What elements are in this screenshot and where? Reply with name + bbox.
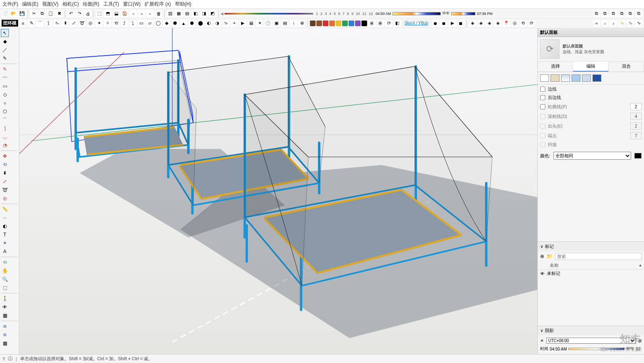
hidden-icon[interactable]: ▤ [184,10,191,17]
page-icon[interactable]: ▫ [147,10,154,17]
line-icon[interactable]: ≡ [19,20,27,27]
section-icon[interactable]: ◐ [205,20,213,27]
shaded-icon[interactable]: ◧ [192,10,199,17]
print-icon[interactable]: 🖨 [84,10,91,17]
expand-icon[interactable]: ⊞ [638,338,642,343]
tool-icon[interactable]: ◯ [155,20,162,27]
addon-icon[interactable]: ⬚ [96,10,103,17]
pushpull-icon[interactable]: ⬍ [1,169,9,177]
model-icon[interactable] [582,74,591,82]
check-profiles[interactable]: 轮廓线(P) [540,103,642,110]
rotate-icon[interactable]: ⟲ [520,20,527,27]
compass-icon[interactable]: ⊕ [298,20,305,27]
menu-help[interactable]: 帮助(H) [175,1,192,8]
component-icon[interactable]: ⬓ [113,10,120,17]
pencil-icon[interactable]: ✎ [1,65,9,73]
wave-icon[interactable]: ∿ [618,20,625,27]
wire-icon[interactable]: ▦ [175,10,182,17]
tags-header[interactable]: ∨标记 [538,242,644,251]
cube-icon[interactable]: ◧ [394,20,401,27]
layers-icon[interactable]: ◈ [494,20,502,27]
curve-icon[interactable]: ∿ [53,20,60,27]
tool-icon[interactable]: ⬢ [171,20,179,27]
wave-icon[interactable]: ∿ [635,20,642,27]
page-icon[interactable]: ▫ [130,10,137,17]
home-icon[interactable]: 🏠 [121,10,128,17]
terrain-icon[interactable]: ≋ [1,322,9,330]
refresh-icon[interactable]: ⟳ [540,39,559,59]
arc2-icon[interactable]: ⟆ [1,124,9,132]
arc-icon[interactable]: ⌒ [1,116,9,124]
check-endpoints[interactable]: 端点 [540,132,642,139]
pushpull-icon[interactable]: ⬍ [62,20,69,27]
pan-icon[interactable]: ✋ [1,267,9,275]
tool-icon[interactable]: ⤴ [121,20,128,27]
clone-icon[interactable]: ⧉ [601,10,609,17]
clone-icon[interactable]: ⧉ [635,10,642,17]
circle-icon[interactable]: ○ [1,99,9,107]
eraser-icon[interactable]: ◆ [1,37,9,45]
arc3-icon[interactable]: ◡ [1,133,9,141]
shield-icon[interactable]: ⛨ [368,20,376,27]
menu-draw[interactable]: 绘图(R) [83,1,99,8]
tool-icon[interactable]: ✦ [95,20,103,27]
arc-icon[interactable]: ⌒ [36,20,43,27]
section-icon[interactable]: ◑ [214,20,221,27]
rotate-icon[interactable]: ⟳ [528,20,535,27]
stop-icon[interactable]: ⏹ [457,20,464,27]
shadow-toggle-icon[interactable]: ☀ [540,338,544,343]
menu-file[interactable]: 文件(F) [2,1,18,8]
tool-icon[interactable]: ⌖ [231,20,238,27]
clone-icon[interactable]: ⧉ [593,10,600,17]
misc-icon[interactable]: ≈ [593,20,600,27]
layers-icon[interactable]: ◈ [477,20,485,27]
select-icon[interactable]: ↖ [1,29,9,37]
folder-icon[interactable]: 📁 [547,254,553,259]
center-icon[interactable]: ◎ [511,20,518,27]
delete-icon[interactable]: ✖ [56,10,63,17]
dimension-icon[interactable]: ↔ [1,214,9,222]
followme-icon[interactable]: ➰ [1,186,9,194]
tab-mix[interactable]: 混合 [609,62,644,72]
menu-camera[interactable]: 相机(C) [62,1,79,8]
redo-icon[interactable]: ↷ [76,10,83,17]
zoom-window-icon[interactable]: ⬚ [1,284,9,292]
freehand-icon[interactable]: ✎ [1,54,9,62]
refresh-icon[interactable]: ⟳ [385,20,392,27]
menu-edit[interactable]: 编辑(E) [22,1,38,8]
zoom-icon[interactable]: 🔍 [1,275,9,283]
rect-icon[interactable]: ▭ [1,82,9,90]
new-icon[interactable]: 📄 [2,10,9,17]
xray-icon[interactable]: ▧ [167,10,174,17]
look-icon[interactable]: 👁 [1,303,9,311]
eye-icon[interactable]: 👁 [540,271,545,276]
rect-rot-icon[interactable]: ◇ [1,91,9,99]
clone-icon[interactable]: ⧉ [618,10,625,17]
edge-style-icon[interactable] [540,74,549,82]
play-icon[interactable]: ▶ [449,20,456,27]
time-slider[interactable] [568,348,625,350]
timezone-select[interactable]: UTC+08:00 [546,338,636,344]
tool-icon[interactable]: ◆ [163,20,170,27]
check-edges[interactable]: 边线 [540,86,642,92]
face-style-icon[interactable] [551,74,559,82]
tag-row[interactable]: 👁未标记 [538,270,644,277]
tool-icon[interactable]: ▲ [180,20,187,27]
tool-icon[interactable]: ∿ [222,20,229,27]
menu-view[interactable]: 视图(V) [42,1,58,8]
profile-value[interactable] [630,103,642,110]
section-icon[interactable]: ▦ [1,311,9,320]
rotate-icon[interactable]: ⟲ [1,161,9,169]
add-tag-icon[interactable]: ⊕ [540,254,544,259]
axes-icon[interactable]: ✶ [256,20,263,27]
undo-icon[interactable]: ↶ [67,10,74,17]
tab-edit[interactable]: 编辑 [573,62,609,72]
tool-icon[interactable]: ⟊ [290,20,297,27]
tool-icon[interactable]: ▱ [146,20,153,27]
clone-icon[interactable]: ⧉ [610,10,617,17]
copy-icon[interactable]: ⧉ [39,10,46,17]
flag-icon[interactable]: ▶ [239,20,246,27]
color-mode-select[interactable]: 全部相同 [553,152,631,160]
menu-extensions[interactable]: 扩展程序 (x) [144,1,171,8]
shadow-time-slider[interactable]: 04:50 AM中午07:39 PM [376,11,493,16]
